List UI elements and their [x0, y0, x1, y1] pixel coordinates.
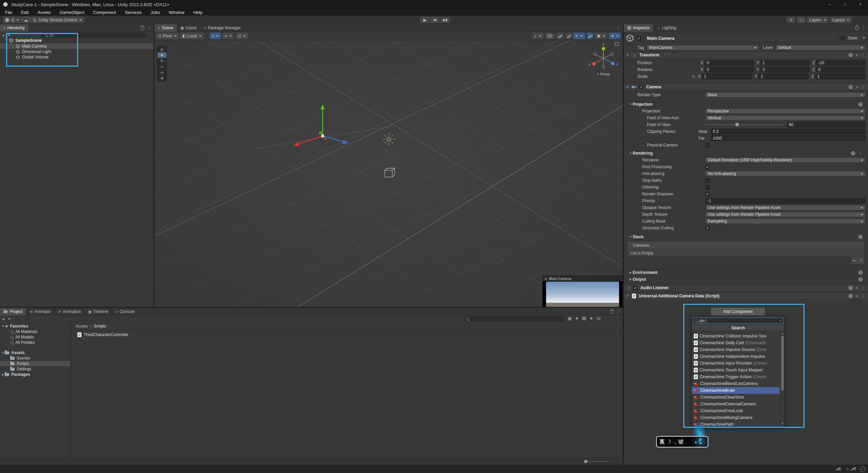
render-type-dropdown[interactable]: Base — [705, 92, 865, 98]
hierarchy-item-main-camera[interactable]: Main Camera — [0, 43, 153, 49]
folder-scripts[interactable]: Scripts — [0, 361, 70, 366]
breadcrumb-current[interactable]: Scripts — [94, 324, 106, 329]
hidden-count-badge[interactable]: 22 — [597, 316, 601, 320]
effects-toggle[interactable]: ∗ — [573, 33, 585, 39]
view-tool-button[interactable]: ◎ — [158, 47, 166, 52]
active-checkbox[interactable] — [637, 36, 641, 40]
layout-dropdown[interactable]: Layout — [830, 17, 852, 23]
asset-file-item[interactable]: # ThirdCharacterController — [77, 332, 128, 338]
lock-icon[interactable] — [855, 27, 859, 30]
tab-package-manager[interactable]: ≡ Package Manager — [200, 24, 245, 32]
snap-increment-button[interactable]: ∪ — [222, 33, 234, 39]
physical-camera-checkbox[interactable] — [705, 143, 710, 147]
component-option[interactable]: CinemachineClearShot — [692, 394, 780, 401]
component-search-input[interactable]: cin × — [693, 318, 783, 323]
hierarchy-item-directional-light[interactable]: Directional Light — [0, 49, 153, 54]
tab-animator[interactable]: ⊕ Animator — [26, 308, 54, 315]
menu-services[interactable]: Services — [121, 10, 146, 15]
help-icon[interactable]: ? — [858, 235, 863, 239]
search-by-label-icon[interactable]: ★ — [575, 316, 579, 321]
dithering-checkbox[interactable] — [705, 185, 710, 190]
create-asset-button[interactable]: + — [2, 316, 5, 322]
kebab-menu-icon[interactable]: ⋮ — [858, 151, 863, 156]
foldout-closed-icon[interactable]: ▶ — [1, 373, 5, 376]
menu-assets[interactable]: Assets — [33, 10, 55, 15]
assets-root[interactable]: ▼ Assets — [0, 350, 70, 355]
lock-icon[interactable] — [141, 27, 144, 30]
presets-icon[interactable]: ≡ — [856, 53, 858, 57]
scale-x-field[interactable]: 1 — [702, 74, 752, 79]
packages-root[interactable]: ▶ Packages — [0, 372, 70, 377]
version-control-button[interactable]: Unity Version Control — [30, 17, 84, 23]
rotation-z-field[interactable]: 0 — [816, 67, 865, 72]
component-option[interactable]: # Cinemachine Input Provider (Cinem — [692, 360, 780, 367]
component-option[interactable]: # Cinemachine Collision Impulse Sou — [692, 333, 780, 339]
auto-refresh-disabled-icon[interactable]: ↺ — [851, 467, 858, 472]
favorites-icon[interactable]: ★ — [590, 316, 593, 321]
draw-mode-dropdown[interactable]: ◐ — [532, 33, 544, 39]
minimize-button[interactable]: – — [822, 0, 837, 9]
gameobject-icon-large[interactable] — [626, 34, 634, 42]
gizmos-dropdown[interactable]: ⊕ — [609, 33, 621, 39]
measure-button[interactable]: ||| — [236, 33, 248, 39]
transform-header[interactable]: ▼ Transform ? ≡ ⋮ — [624, 52, 868, 58]
rotation-x-field[interactable]: 0 — [705, 67, 754, 72]
clear-search-icon[interactable]: × — [779, 319, 781, 323]
help-icon[interactable]: ? — [849, 286, 853, 290]
clipping-near-field[interactable]: 0.3 — [711, 129, 865, 134]
menu-gameobject[interactable]: GameObject — [55, 10, 89, 15]
tab-timeline[interactable]: ▣ Timeline — [85, 308, 112, 315]
tab-game[interactable]: ▣ Game — [177, 24, 200, 32]
scene-camera-dropdown[interactable]: ▣ — [595, 33, 607, 39]
fov-axis-dropdown[interactable]: Vertical — [705, 115, 865, 121]
component-option[interactable]: CinemachineMixingCamera — [692, 414, 780, 421]
folder-scenes[interactable]: Scenes — [0, 355, 70, 361]
project-search-input[interactable] — [464, 316, 564, 321]
layer-dropdown[interactable]: Default — [776, 45, 865, 50]
component-option[interactable]: CinemachineBlendListCamera — [692, 380, 780, 387]
kebab-menu-icon[interactable]: ⋮ — [862, 25, 866, 30]
projection-dropdown[interactable]: Perspective — [705, 108, 865, 114]
stack-section-header[interactable]: ▼ Stack ? — [629, 234, 865, 240]
2d-toggle[interactable]: 2D — [545, 33, 555, 39]
rotation-y-field[interactable]: 0 — [761, 67, 810, 72]
priority-field[interactable]: -1 — [705, 198, 865, 204]
perspective-label[interactable]: < Persp — [597, 72, 610, 76]
pause-button[interactable]: ▮▮ — [430, 17, 440, 23]
help-icon[interactable]: ? — [582, 316, 586, 320]
menu-window[interactable]: Window — [164, 10, 189, 15]
help-icon[interactable]: ? — [858, 277, 863, 281]
project-splitter[interactable] — [70, 322, 71, 458]
tab-hierarchy[interactable]: ≡ Hierarchy — [0, 24, 29, 32]
debugger-disabled-icon[interactable]: ⊘ — [836, 467, 844, 472]
fov-slider[interactable] — [705, 124, 783, 125]
scrollbar-thumb[interactable] — [781, 336, 784, 390]
cloud-button[interactable]: ☁ — [21, 17, 30, 23]
folder-settings[interactable]: Settings — [0, 366, 70, 372]
kebab-menu-icon[interactable]: ⋮ — [861, 285, 865, 291]
search-button[interactable] — [797, 17, 806, 23]
menu-file[interactable]: File — [1, 10, 17, 15]
create-add-button[interactable]: + — [2, 32, 5, 38]
kebab-menu-icon[interactable]: ⋮ — [861, 294, 865, 299]
move-tool-button[interactable]: + — [158, 52, 166, 58]
drag-handle-icon[interactable]: ≡ — [545, 277, 547, 281]
rotate-tool-button[interactable]: ↻ — [158, 58, 166, 64]
help-icon[interactable]: ? — [849, 85, 853, 89]
favorites-root[interactable]: ▼ ★ Favorites — [0, 323, 70, 329]
tab-inspector[interactable]: i Inspector — [624, 24, 653, 32]
scale-y-field[interactable]: 1 — [759, 74, 809, 79]
static-checkbox[interactable] — [840, 36, 845, 40]
favorites-all-prefabs[interactable]: All Prefabs — [0, 340, 70, 345]
maximize-button[interactable]: □ — [837, 0, 853, 9]
foldout-open-icon[interactable]: ▼ — [626, 294, 629, 298]
transform-tool-button[interactable]: ⊕ — [158, 75, 166, 81]
ime-soft-keyboard[interactable]: 键 — [679, 439, 684, 445]
position-z-field[interactable]: -10 — [816, 60, 865, 66]
pivot-toggle[interactable]: ⊡ Pivot — [156, 33, 179, 39]
chevron-down-icon[interactable] — [863, 37, 865, 39]
help-icon[interactable]: ? — [849, 294, 853, 298]
kebab-menu-icon[interactable]: ⋮ — [861, 85, 865, 90]
close-button[interactable]: × — [853, 0, 868, 9]
help-icon[interactable]: ? — [849, 53, 853, 57]
